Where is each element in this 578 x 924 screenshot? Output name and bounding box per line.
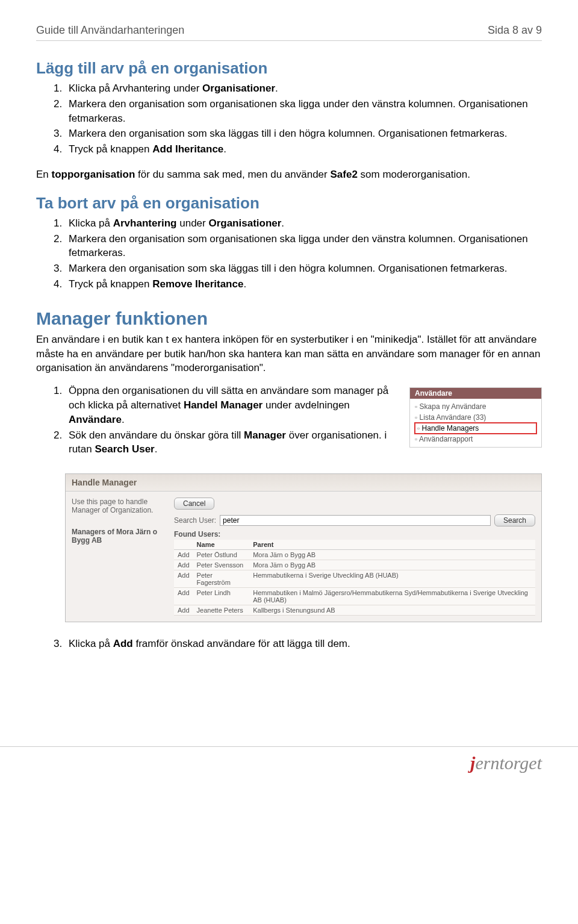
table-row: AddPeter FagerströmHemmabutikerna i Sver… [174,570,535,588]
user-name: Peter Svensson [193,560,250,570]
list-item: Öppna den organisationen du vill sätta e… [65,384,397,426]
list-item: Markera den organisation som organisatio… [65,232,542,261]
sidebar-item-handle-managers[interactable]: Handle Managers [415,423,536,434]
steps-list-3-cont: Klicka på Add framför önskad användare f… [65,637,542,651]
sidebar-item[interactable]: Användarrapport [415,434,536,445]
user-parent: Hemmabutiken i Malmö Jägersro/Hemmabutik… [249,588,535,605]
user-parent: Mora Järn o Bygg AB [249,560,535,570]
table-row: AddPeter LindhHemmabutiken i Malmö Jäger… [174,588,535,605]
list-item: Tryck på knappen Add Iheritance. [65,142,542,157]
side-panel-anvandare: Användare Skapa ny Användare Lista Använ… [409,387,542,448]
user-name: Peter Lindh [193,588,250,605]
managers-of-label: Managers of Mora Järn o Bygg AB [72,528,168,545]
add-link[interactable]: Add [174,605,193,616]
table-row: AddPeter SvenssonMora Järn o Bygg AB [174,560,535,570]
user-name: Jeanette Peters [193,605,250,616]
list-item: Klicka på Arvhantering under Organisatio… [65,81,542,96]
intro-paragraph: En användare i en butik kan t ex hantera… [36,332,542,375]
list-item: Markera den organisation som ska läggas … [65,261,542,276]
user-parent: Kallbergs i Stenungsund AB [249,605,535,616]
user-parent: Mora Järn o Bygg AB [249,550,535,560]
steps-list-1: Klicka på Arvhantering under Organisatio… [65,81,542,157]
list-item: Klicka på Add framför önskad användare f… [65,637,542,651]
header-title: Guide till Användarhanteringen [36,24,184,37]
list-item: Markera den organisation som organisatio… [65,97,542,126]
table-header: Name [193,540,250,550]
table-header: Parent [249,540,535,550]
add-link[interactable]: Add [174,560,193,570]
jerntorget-logo: jerntorget [0,747,578,785]
found-users-table: Name Parent AddPeter ÖstlundMora Järn o … [174,540,535,616]
side-panel-header: Användare [410,388,541,399]
search-user-input[interactable] [220,515,491,526]
handle-manager-screenshot: Handle Manager Use this page to handle M… [65,473,542,622]
list-item: Markera den organisation som ska läggas … [65,126,542,141]
section-heading-2: Ta bort arv på en organisation [36,194,542,213]
list-item: Klicka på Arvhantering under Organisatio… [65,216,542,231]
add-link[interactable]: Add [174,570,193,588]
shot-description: Use this page to handle Manager of Organ… [72,498,168,514]
table-row: AddJeanette PetersKallbergs i Stenungsun… [174,605,535,616]
sidebar-item[interactable]: Skapa ny Användare [415,401,536,412]
add-link[interactable]: Add [174,550,193,560]
section-heading-3: Manager funktionen [36,308,542,329]
steps-list-2: Klicka på Arvhantering under Organisatio… [65,216,542,292]
sidebar-item[interactable]: Lista Användare (33) [415,412,536,423]
user-parent: Hemmabutikerna i Sverige Utveckling AB (… [249,570,535,588]
shot-title: Handle Manager [66,474,541,492]
list-item: Sök den användare du önskar göra till Ma… [65,428,397,457]
header-page: Sida 8 av 9 [488,24,542,37]
table-row: AddPeter ÖstlundMora Järn o Bygg AB [174,550,535,560]
list-item: Tryck på knappen Remove Iheritance. [65,277,542,292]
add-link[interactable]: Add [174,588,193,605]
found-users-label: Found Users: [174,530,535,538]
user-name: Peter Östlund [193,550,250,560]
user-name: Peter Fagerström [193,570,250,588]
page-header: Guide till Användarhanteringen Sida 8 av… [36,24,542,41]
steps-list-3: Öppna den organisationen du vill sätta e… [65,384,397,457]
cancel-button[interactable]: Cancel [174,498,214,510]
search-button[interactable]: Search [494,514,535,526]
table-header [174,540,193,550]
note-paragraph: En topporganisation för du samma sak med… [36,167,542,182]
section-heading-1: Lägg till arv på en organisation [36,59,542,78]
search-label: Search User: [174,516,216,525]
